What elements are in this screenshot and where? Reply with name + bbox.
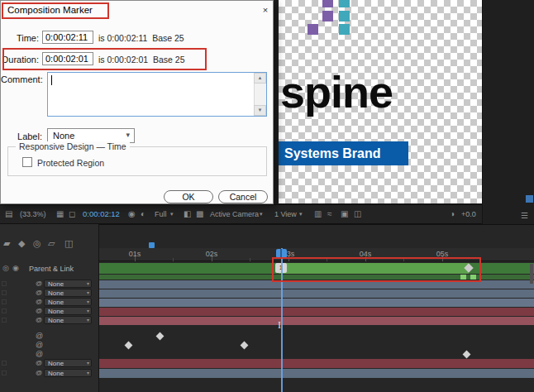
chevron-down-icon: ▾ (87, 360, 89, 367)
parent-dropdown-value: None (48, 299, 64, 306)
view-layout-dropdown[interactable]: 1 View (274, 205, 297, 223)
scroll-up-icon: ▲ (258, 75, 263, 80)
zoom-level[interactable]: (33.3%) (20, 205, 46, 223)
ok-button[interactable]: OK (164, 190, 213, 203)
motion-blur-icon[interactable]: ◫ (64, 239, 73, 248)
layer-switch[interactable] (2, 361, 7, 366)
logo-square (322, 11, 333, 22)
parent-dropdown-value: None (48, 289, 64, 297)
expand-icon[interactable]: ▤ (5, 205, 12, 223)
snapshot-icon[interactable]: ◉ (128, 205, 136, 223)
fast-previews-icon[interactable]: ≈ (327, 205, 332, 223)
layer-bar[interactable] (99, 308, 534, 316)
parent-dropdown-value: None (48, 317, 64, 324)
chevron-down-icon: ▾ (87, 370, 89, 377)
logo-square (322, 0, 333, 7)
parent-dropdown[interactable]: None ▾ (44, 280, 92, 288)
eye-icon[interactable]: ◎ (2, 265, 9, 272)
layer-switch[interactable] (2, 290, 7, 295)
pickwhip-icon[interactable]: @ (36, 351, 43, 358)
comp-marker-chip[interactable] (149, 242, 155, 248)
safe-margins-icon[interactable]: ▦ (56, 205, 64, 223)
parent-dropdown[interactable]: None ▾ (44, 369, 92, 377)
layer-bar[interactable] (99, 289, 534, 298)
camera-view-dropdown[interactable]: Active Camera (210, 205, 259, 223)
comment-field[interactable]: ▲ ▼ (47, 72, 267, 117)
pickwhip-icon[interactable]: @ (36, 360, 42, 366)
layer-bar[interactable] (99, 359, 534, 368)
brand-banner-text: Systems Brand (279, 141, 408, 165)
pickwhip-icon[interactable]: @ (36, 289, 42, 296)
layer-bar[interactable] (99, 299, 534, 307)
chevron-down-icon: ▾ (170, 205, 174, 223)
pickwhip-icon[interactable]: @ (36, 308, 42, 314)
pickwhip-icon[interactable]: @ (36, 317, 42, 323)
pixel-aspect-icon[interactable]: ▥ (314, 205, 322, 223)
mini-flowchart-icon[interactable]: ▰ (3, 239, 10, 248)
parent-dropdown[interactable]: None ▾ (44, 289, 92, 297)
region-of-interest-icon[interactable]: ◧ (184, 205, 191, 223)
cancel-button[interactable]: Cancel (218, 190, 268, 203)
pickwhip-icon[interactable]: @ (36, 332, 43, 340)
parent-dropdown-value: None (48, 308, 64, 315)
time-label: Time: (1, 33, 39, 43)
panel-menu-icon[interactable]: ☰ (521, 207, 528, 225)
pickwhip-icon[interactable]: @ (36, 342, 43, 349)
layer-switch[interactable] (2, 318, 7, 323)
layer-bar[interactable] (99, 369, 534, 378)
logo-square (308, 24, 318, 35)
parent-link-header[interactable]: Parent & Link (29, 265, 74, 273)
label-label: Label: (1, 131, 42, 141)
timeline-scrollbar-thumb[interactable] (530, 264, 533, 284)
brand-banner: Systems Brand (279, 141, 408, 165)
parent-dropdown[interactable]: None ▾ (44, 307, 92, 315)
ruler-tick (135, 256, 136, 261)
layer-switch[interactable] (2, 308, 7, 313)
annotation-title (2, 2, 109, 19)
protected-region-checkbox[interactable] (22, 157, 32, 167)
mini-flowchart-icon[interactable]: ◫ (354, 205, 361, 223)
scroll-down-button[interactable]: ▼ (254, 105, 266, 116)
label-dropdown-value: None (53, 131, 74, 141)
exposure-value[interactable]: +0.0 (461, 205, 476, 223)
pickwhip-icon[interactable]: @ (36, 299, 42, 305)
layer-bar[interactable] (99, 317, 534, 325)
chevron-down-icon: ▾ (87, 280, 89, 288)
transparency-grid-icon[interactable]: ▩ (196, 205, 203, 223)
resolution-dropdown[interactable]: Full (155, 205, 167, 223)
viewport-scrollbar-thumb[interactable] (526, 195, 533, 203)
chevron-down-icon: ▾ (87, 308, 89, 315)
logo-wordmark: spine (280, 69, 393, 114)
chevron-down-icon: ▾ (87, 299, 89, 306)
parent-dropdown[interactable]: None ▾ (44, 359, 92, 367)
layer-switch[interactable] (2, 281, 7, 286)
annotation-marker-region (272, 257, 481, 282)
hide-shy-icon[interactable]: ◎ (33, 239, 41, 248)
current-timecode[interactable]: 0:00:02:12 (83, 205, 120, 223)
draft-3d-icon[interactable]: ◆ (18, 239, 25, 248)
parent-dropdown[interactable]: None ▾ (44, 298, 92, 306)
frame-blending-icon[interactable]: ▱ (48, 239, 55, 248)
show-channels-icon[interactable]: ◐ (141, 205, 145, 223)
composition-viewport: spine Systems Brand (279, 0, 482, 203)
parent-dropdown-value: None (48, 360, 64, 367)
pickwhip-icon[interactable]: @ (36, 370, 42, 376)
layer-switch[interactable] (2, 370, 7, 375)
comment-scrollbar[interactable]: ▲ ▼ (254, 73, 266, 116)
chevron-down-icon: ▾ (87, 289, 89, 297)
parent-dropdown[interactable]: None ▾ (44, 316, 92, 324)
chevron-down-icon: ▾ (87, 317, 89, 324)
after-effects-window: spine Systems Brand ☰ ▤ (33.3%) ▦ ◻ 0:00… (0, 0, 534, 392)
exposure-icon[interactable]: ◑ (450, 205, 455, 223)
comment-label: Comment: (1, 74, 42, 84)
layer-switch[interactable] (2, 299, 7, 304)
mask-visibility-icon[interactable]: ◻ (69, 205, 75, 223)
ruler-tick-minor (250, 258, 250, 261)
responsive-design-title: Responsive Design — Time (16, 141, 130, 151)
time-field[interactable] (42, 31, 93, 44)
audio-icon[interactable]: ◉ (12, 265, 19, 272)
scroll-up-button[interactable]: ▲ (254, 73, 266, 84)
grid-guides-icon[interactable]: ▣ (341, 205, 348, 223)
close-icon[interactable]: × (259, 3, 272, 17)
pickwhip-icon[interactable]: @ (36, 280, 42, 287)
